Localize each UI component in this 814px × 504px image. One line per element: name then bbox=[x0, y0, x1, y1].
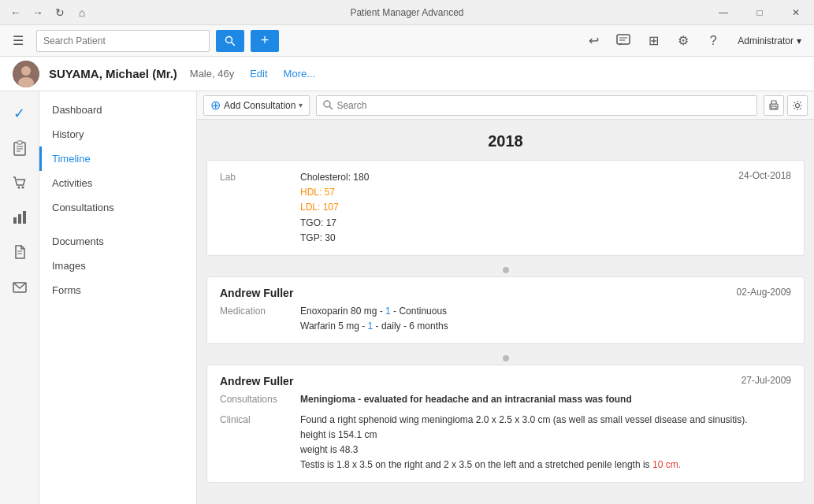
content-toolbar-icons bbox=[764, 95, 808, 116]
sidebar-label-timeline: Timeline bbox=[52, 153, 91, 165]
med-link-1[interactable]: 1 bbox=[385, 306, 391, 317]
dropdown-arrow-icon: ▾ bbox=[299, 101, 303, 109]
svg-point-13 bbox=[17, 187, 20, 189]
clinical-highlight-value: 10 cm. bbox=[652, 459, 681, 470]
avatar bbox=[13, 61, 39, 87]
icon-bar-chart[interactable] bbox=[4, 202, 35, 233]
card-body-clinical: Clinical Found a right sphenoid wing men… bbox=[220, 413, 791, 473]
svg-rect-15 bbox=[13, 217, 17, 224]
svg-point-27 bbox=[796, 103, 800, 107]
sidebar-item-activities[interactable]: Activities bbox=[39, 171, 196, 195]
back-icon-btn[interactable]: ↩ bbox=[582, 29, 605, 53]
svg-point-21 bbox=[324, 101, 330, 107]
document-icon bbox=[12, 244, 28, 260]
print-button[interactable] bbox=[764, 95, 784, 116]
card-type-lab: Lab bbox=[220, 170, 291, 246]
year-header-2018: 2018 bbox=[206, 120, 805, 160]
patient-header: SUYAMA, Michael (Mr.) Male, 46y Edit Mor… bbox=[0, 57, 814, 91]
card-details-consult: Meningioma - evaluated for headache and … bbox=[300, 392, 791, 407]
patient-info: Male, 46y bbox=[190, 68, 234, 80]
chart-icon bbox=[12, 209, 28, 225]
med-link-2[interactable]: 1 bbox=[368, 321, 374, 332]
sidebar-label-history: History bbox=[52, 128, 84, 140]
card-header-med: Andrew Fuller 02-Aug-2009 bbox=[220, 287, 791, 299]
patient-search-input[interactable] bbox=[37, 35, 209, 46]
consultation-text: Meningioma - evaluated for headache and … bbox=[300, 394, 632, 405]
nav-home-btn[interactable]: ⌂ bbox=[72, 3, 91, 22]
icon-bar-check[interactable]: ✓ bbox=[4, 98, 35, 129]
sidebar: Dashboard History Timeline Activities Co… bbox=[39, 91, 197, 504]
dot-icon bbox=[503, 267, 509, 273]
nav-forward-btn[interactable]: → bbox=[28, 3, 47, 22]
main-toolbar: ☰ + ↩ ⊞ ⚙ ? Administrator ▾ bbox=[0, 25, 814, 57]
svg-rect-9 bbox=[17, 141, 22, 144]
sidebar-item-dashboard[interactable]: Dashboard bbox=[39, 98, 196, 122]
chat-icon-btn[interactable] bbox=[611, 29, 635, 53]
content-search-input[interactable] bbox=[336, 100, 750, 111]
icon-bar-cart[interactable] bbox=[4, 167, 35, 198]
sidebar-label-dashboard: Dashboard bbox=[52, 104, 102, 116]
svg-point-14 bbox=[21, 187, 24, 189]
window-controls: — □ ✕ bbox=[705, 0, 814, 24]
clinical-line-4: Testis is 1.8 x 3.5 on the right and 2 x… bbox=[300, 458, 791, 472]
patient-more-link[interactable]: More... bbox=[284, 68, 315, 80]
main-content: ⊕ Add Consultation ▾ bbox=[197, 91, 814, 504]
clipboard-icon bbox=[12, 140, 28, 156]
icon-bar-doc[interactable] bbox=[4, 236, 35, 268]
lab-tgp: TGP: 30 bbox=[300, 231, 729, 246]
svg-point-6 bbox=[21, 66, 31, 76]
sidebar-item-forms[interactable]: Forms bbox=[39, 278, 196, 302]
card-date-lab: 24-Oct-2018 bbox=[738, 170, 791, 246]
mail-icon bbox=[12, 279, 28, 295]
sidebar-item-documents[interactable]: Documents bbox=[39, 229, 196, 254]
settings-icon-btn[interactable]: ⚙ bbox=[671, 29, 695, 53]
admin-button[interactable]: Administrator ▾ bbox=[731, 32, 808, 50]
sidebar-item-consultations[interactable]: Consultations bbox=[39, 195, 196, 220]
table-row: Lab Cholesterol: 180 HDL: 57 LDL: 107 TG… bbox=[206, 160, 805, 256]
maximize-btn[interactable]: □ bbox=[742, 0, 778, 25]
icon-bar-mail[interactable] bbox=[4, 271, 35, 302]
svg-rect-17 bbox=[23, 211, 26, 224]
title-bar: ← → ↻ ⌂ Patient Manager Advanced — □ ✕ bbox=[0, 0, 814, 25]
minimize-btn[interactable]: — bbox=[705, 0, 742, 25]
icon-bar-clipboard[interactable] bbox=[4, 132, 35, 164]
table-row: Andrew Fuller 27-Jul-2009 Consultations … bbox=[206, 365, 805, 483]
sidebar-item-images[interactable]: Images bbox=[39, 254, 196, 278]
timeline-content: 2018 Lab Cholesterol: 180 HDL: 57 LDL: 1… bbox=[197, 120, 814, 500]
avatar-image bbox=[13, 61, 39, 87]
patient-edit-link[interactable]: Edit bbox=[250, 68, 267, 80]
nav-separator bbox=[39, 220, 196, 229]
patient-search-box bbox=[36, 30, 210, 52]
sidebar-label-activities: Activities bbox=[52, 177, 92, 189]
sidebar-label-consultations: Consultations bbox=[52, 202, 114, 213]
card-type-consult: Consultations bbox=[220, 392, 291, 407]
nav-back-btn[interactable]: ← bbox=[6, 3, 25, 22]
add-patient-button[interactable]: + bbox=[251, 30, 279, 52]
patient-search-button[interactable] bbox=[216, 30, 244, 52]
lab-hdl: HDL: 57 bbox=[300, 185, 729, 200]
sidebar-label-forms: Forms bbox=[52, 284, 81, 296]
lab-tgo: TGO: 17 bbox=[300, 216, 729, 231]
clinical-line-2: height is 154.1 cm bbox=[300, 428, 791, 443]
settings-small-button[interactable] bbox=[787, 95, 808, 116]
timeline-divider-1 bbox=[206, 264, 805, 276]
apps-icon-btn[interactable]: ⊞ bbox=[641, 29, 665, 53]
svg-rect-24 bbox=[771, 101, 776, 104]
card-type-clinical: Clinical bbox=[220, 413, 291, 473]
menu-btn[interactable]: ☰ bbox=[6, 29, 30, 53]
card-date-consult: 27-Jul-2009 bbox=[742, 375, 791, 387]
close-btn[interactable]: ✕ bbox=[778, 0, 814, 25]
add-consultation-button[interactable]: ⊕ Add Consultation ▾ bbox=[203, 95, 310, 116]
card-date-med: 02-Aug-2009 bbox=[737, 287, 791, 299]
card-details-clinical: Found a right sphenoid wing meningioma 2… bbox=[300, 413, 791, 473]
clinical-line-3: weight is 48.3 bbox=[300, 443, 791, 458]
nav-buttons: ← → ↻ ⌂ bbox=[0, 0, 91, 24]
med-line-1: Enoxoparin 80 mg - 1 - Continuous bbox=[300, 304, 791, 319]
help-icon-btn[interactable]: ? bbox=[701, 29, 725, 53]
timeline-divider-2 bbox=[206, 352, 805, 365]
sidebar-item-timeline[interactable]: Timeline bbox=[39, 146, 196, 171]
sidebar-item-history[interactable]: History bbox=[39, 122, 196, 146]
nav-refresh-btn[interactable]: ↻ bbox=[50, 3, 69, 22]
card-type-med: Medication bbox=[220, 304, 291, 334]
svg-line-22 bbox=[329, 106, 333, 109]
